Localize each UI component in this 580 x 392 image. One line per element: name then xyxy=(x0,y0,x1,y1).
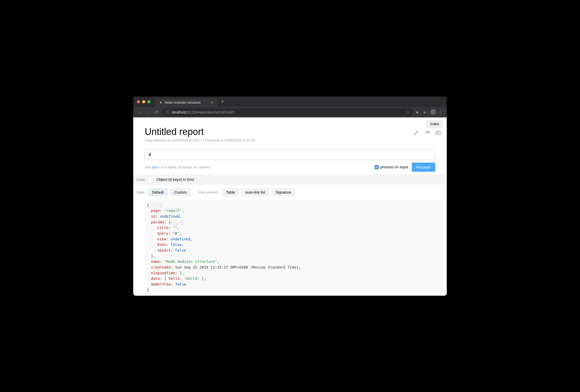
result-viewer: {−sƒ page: "report", id: undefined, para… xyxy=(145,200,443,296)
browser-tab[interactable]: ◈ Node modules structure × xyxy=(155,98,218,107)
process-on-input-checkbox[interactable]: process on input xyxy=(375,165,408,169)
titlebar: ◈ Node modules structure × + xyxy=(133,97,447,107)
preset-autolink[interactable]: Auto-link list xyxy=(241,188,269,196)
report-meta: Data collected at 15/09/2019 12:33:17 | … xyxy=(145,138,435,142)
close-tab-button[interactable]: × xyxy=(210,100,214,105)
data-label: Data: xyxy=(136,177,146,182)
query-input[interactable] xyxy=(145,150,435,160)
jora-link[interactable]: jora xyxy=(152,165,158,169)
site-info-icon[interactable]: i xyxy=(166,110,170,114)
data-summary: Object (8 keys) in 0ms xyxy=(156,177,194,182)
url-text: localhost:8123/#report&q=Iw%3D%3D xyxy=(172,110,234,114)
preset-table[interactable]: Table xyxy=(222,188,239,196)
page-content: Index Untitled report Data collected at … xyxy=(133,117,447,296)
edit-icon[interactable] xyxy=(413,130,419,136)
window-controls xyxy=(137,100,150,103)
forward-button[interactable]: → xyxy=(145,110,151,115)
collapse-controls[interactable]: −sƒ xyxy=(150,204,162,207)
header-actions xyxy=(413,130,441,136)
back-button[interactable]: ← xyxy=(137,110,143,115)
reload-button[interactable]: ⟳ xyxy=(154,110,159,115)
query-hint: Use jora 1.0.0-alpha.10 syntax for queri… xyxy=(145,165,210,169)
view-tab-custom[interactable]: Custom xyxy=(170,188,191,196)
chevron-right-icon[interactable]: › xyxy=(148,177,154,182)
process-on-input-input[interactable] xyxy=(375,165,379,169)
process-button[interactable]: Process xyxy=(412,163,435,172)
address-bar: ← → ⟳ i localhost:8123/#report&q=Iw%3D%3… xyxy=(133,107,447,117)
fullscreen-window-button[interactable] xyxy=(147,100,150,103)
url-input[interactable]: i localhost:8123/#report&q=Iw%3D%3D ☆ xyxy=(162,108,413,116)
index-button[interactable]: Index xyxy=(426,120,443,128)
query-section: Use jora 1.0.0-alpha.10 syntax for queri… xyxy=(133,144,447,174)
layout-icon[interactable] xyxy=(435,130,441,136)
profile-avatar[interactable] xyxy=(431,109,436,115)
view-bar: View: Default Custom View presets: Table… xyxy=(133,185,447,200)
browser-window: ◈ Node modules structure × + ← → ⟳ i loc… xyxy=(133,97,447,296)
minimize-window-button[interactable] xyxy=(142,100,145,103)
browser-menu-button[interactable]: ⋮ xyxy=(439,110,443,115)
collapse-controls[interactable]: −sƒ xyxy=(172,221,184,224)
data-summary-bar: Data: › Object (8 keys) in 0ms xyxy=(133,174,447,185)
share-icon[interactable] xyxy=(424,130,430,136)
extension-icon[interactable]: ◈ xyxy=(423,110,428,114)
svg-point-0 xyxy=(417,131,418,132)
tab-title: Node modules structure xyxy=(165,100,208,104)
tab-favicon: ◈ xyxy=(159,101,163,104)
new-tab-button[interactable]: + xyxy=(221,99,224,105)
report-header: Untitled report Data collected at 15/09/… xyxy=(133,117,447,144)
view-label: View: xyxy=(136,190,146,194)
preset-signature[interactable]: Signature xyxy=(272,188,295,196)
extension-icon[interactable]: ◆ xyxy=(416,110,421,114)
report-title: Untitled report xyxy=(145,126,435,137)
view-tab-default[interactable]: Default xyxy=(148,188,167,196)
bookmark-icon[interactable]: ☆ xyxy=(406,110,410,115)
view-presets-label: View presets: xyxy=(198,190,219,194)
close-window-button[interactable] xyxy=(137,100,140,103)
